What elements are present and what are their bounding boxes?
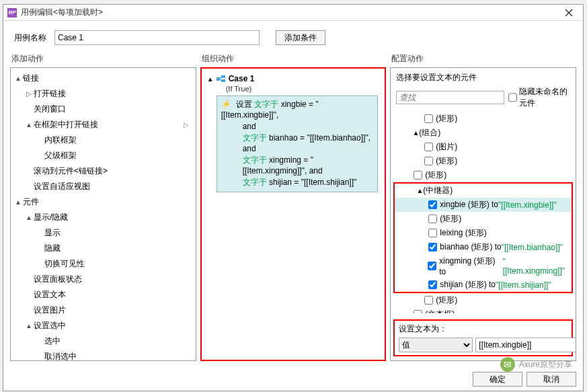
widget-checkbox[interactable] [428,262,436,270]
add-condition-button[interactable]: 添加条件 [276,30,325,45]
widget-row[interactable]: bianhao (矩形) to "[[Item.bianhao]]" [395,240,572,254]
widget-row[interactable]: (矩形) [391,112,576,126]
widget-row[interactable]: ▲(中继器) [395,184,572,198]
tree-item[interactable]: 内联框架 [11,132,196,148]
action-kw: 文字于 [243,133,269,143]
widget-label: (图片) [436,141,457,153]
widget-checkbox[interactable] [428,229,437,237]
tree-item[interactable]: ▲在框架中打开链接▷ [11,117,196,132]
widget-row[interactable]: shijian (矩形) to "[[Item.shijian]]" [395,278,572,292]
action-prefix: 设置 [236,100,252,109]
value-type-select[interactable]: 值 [399,338,473,352]
tree-twisty-icon: ▲ [26,121,32,128]
hide-unnamed-checkbox[interactable] [508,91,517,104]
tree-twisty-icon: ▷ [26,90,32,97]
tree-item[interactable]: 显示 [11,225,196,241]
name-row: 用例名称 添加条件 [3,21,583,52]
tree-item[interactable]: 取消选中 [11,349,196,361]
tree-item[interactable]: 隐藏 [11,241,196,256]
tree-item[interactable]: ▲链接 [11,71,196,86]
tree-item-label: 内联框架 [44,134,77,146]
close-button[interactable] [559,6,579,19]
tree-item[interactable]: 滚动到元件<锚链接> [11,163,196,179]
hide-unnamed-label[interactable]: 隐藏未命名的元件 [508,86,570,109]
window-title: 用例编辑<每项加载时> [21,7,559,18]
action-text: shijian = "[[Item.shijian]]" [269,178,356,187]
widget-value: "[[Item.bianhao]]" [502,243,563,252]
search-input[interactable] [396,91,504,104]
widget-row[interactable]: (文本框) [391,307,576,313]
add-actions-column: 添加动作 ▲链接▷打开链接关闭窗口▲在框架中打开链接▷内联框架父级框架滚动到元件… [10,52,196,361]
value-input[interactable] [475,338,576,352]
tree-twisty-icon: ▲ [15,75,22,82]
widget-row[interactable]: (矩形) [391,168,576,182]
case-name-input[interactable] [54,30,260,45]
tree-item-label: 显示/隐藏 [34,212,68,223]
tree-item-label: 打开链接 [34,88,66,100]
widget-checkbox[interactable] [424,157,433,165]
widget-checkbox[interactable] [414,171,422,180]
set-text-action[interactable]: ⚡ 设置 文字于 xingbie = "[[Item.xingbie]]", a… [217,95,379,192]
case-row[interactable]: ▲ Case 1 [206,73,381,85]
action-bolt-icon: ⚡ [221,100,231,109]
tree-twisty-icon: ▲ [416,187,423,194]
footer: 确定 取消 [473,372,576,387]
tree-item[interactable]: 设置图片 [11,303,196,318]
tree-twisty-icon: ▲ [15,198,22,206]
widget-row[interactable]: (矩形) [391,293,576,307]
submenu-icon: ▷ [184,121,189,128]
widget-row[interactable]: xingbie (矩形) to "[[Item.xingbie]]" [395,198,572,212]
widget-row[interactable]: (图片) [391,140,576,154]
columns: 添加动作 ▲链接▷打开链接关闭窗口▲在框架中打开链接▷内联框架父级框架滚动到元件… [3,52,583,361]
widget-label: (矩形) [425,169,446,181]
widget-value: "[[Item.xingbie]]" [498,200,557,210]
tree-twisty-icon: ▲ [412,129,419,136]
widget-label: xingming (矩形) to [439,256,502,276]
widget-row[interactable]: (矩形) [395,212,572,226]
widget-checkbox[interactable] [424,114,433,123]
widget-checkbox[interactable] [428,200,437,209]
widget-checkbox[interactable] [424,296,433,305]
configure-actions-column: 配置动作 选择要设置文本的元件 隐藏未命名的元件 (矩形)▲(组合)(图片)(矩… [390,52,576,361]
tree-item[interactable]: 父级框架 [11,148,196,163]
widget-checkbox[interactable] [428,214,437,223]
tree-item[interactable]: ▷打开链接 [11,86,196,102]
widget-label: leixing (矩形) [440,227,486,239]
widget-checkbox[interactable] [414,310,422,313]
titlebar: RP 用例编辑<每项加载时> [3,5,583,21]
widget-checkbox[interactable] [424,143,433,151]
app-logo-icon: RP [7,8,17,17]
widget-row[interactable]: leixing (矩形) [395,226,572,240]
widget-row[interactable]: xingming (矩形) to "[[Item.xingming]]" [395,254,572,278]
name-label: 用例名称 [14,32,46,44]
tree-item[interactable]: 设置文本 [11,287,196,303]
cancel-button[interactable]: 取消 [526,372,576,387]
svg-rect-4 [221,79,225,82]
widget-row[interactable]: ▲(组合) [391,126,576,140]
ok-button[interactable]: 确定 [473,372,522,387]
repeater-group: ▲(中继器)xingbie (矩形) to "[[Item.xingbie]]"… [393,182,573,293]
set-text-label: 设置文本为： [399,323,568,335]
tree-item[interactable]: 切换可见性 [11,256,196,272]
tree-item-label: 设置文本 [34,289,66,301]
tree-item-label: 隐藏 [44,243,61,254]
widget-row[interactable]: (矩形) [391,154,576,168]
widget-label: (矩形) [436,295,457,306]
tree-item[interactable]: 设置面板状态 [11,272,196,287]
tree-twisty-icon: ▲ [26,214,32,221]
dialog-window: RP 用例编辑<每项加载时> 用例名称 添加条件 添加动作 ▲链接▷打开链接关闭… [3,4,584,391]
tree-item[interactable]: ▲元件 [11,194,196,210]
tree-item[interactable]: 设置自适应视图 [11,179,196,194]
tree-item-label: 设置面板状态 [34,274,82,285]
svg-line-5 [220,77,221,79]
widget-checkbox[interactable] [428,280,437,289]
tree-item[interactable]: ▲设置选中 [11,318,196,334]
widget-value: "[[Item.xingming]]" [503,257,566,276]
tree-item[interactable]: 关闭窗口 [11,102,196,117]
widget-value: "[[Item.shijian]]" [496,280,551,290]
tree-item[interactable]: 选中 [11,334,196,349]
tree-item[interactable]: ▲显示/隐藏 [11,210,196,225]
collapse-icon: ▲ [207,75,214,83]
widget-checkbox[interactable] [428,243,437,251]
set-text-config: 设置文本为： 值 fx [393,319,573,356]
